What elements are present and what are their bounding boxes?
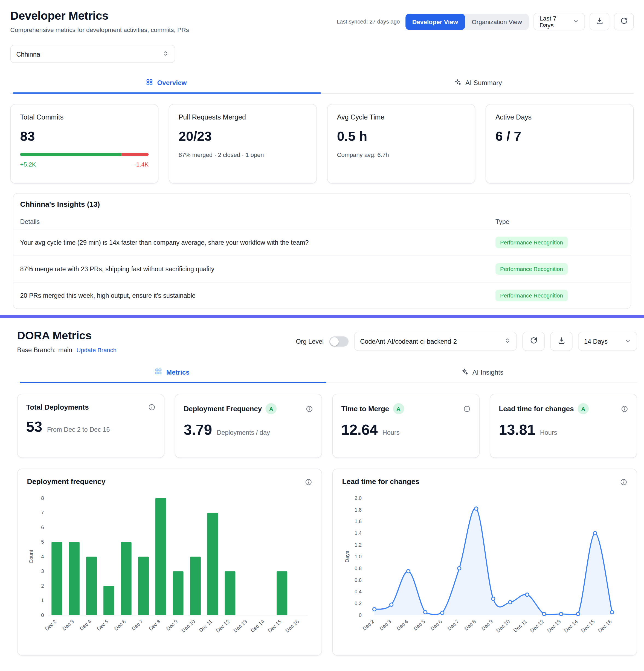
developer-tabbar: Overview AI Summary [10, 74, 634, 94]
date-range-select[interactable]: Last 7 Days [533, 13, 585, 30]
info-icon[interactable] [305, 478, 312, 485]
card-label: Deployment Frequency [184, 405, 262, 413]
download-icon [557, 336, 566, 346]
svg-text:Dec 5: Dec 5 [412, 619, 426, 632]
svg-text:2: 2 [41, 583, 44, 589]
metric-card-prs-merged: Pull Requests Merged 20/23 87% merged · … [169, 104, 317, 183]
card-label: Total Deployments [26, 403, 89, 411]
dora-title: DORA Metrics [17, 329, 116, 343]
svg-text:Dec 2: Dec 2 [361, 619, 375, 632]
dora-metric-cards: Total Deployments 53 From Dec 2 to Dec 1… [17, 394, 637, 458]
svg-text:0.4: 0.4 [355, 589, 362, 594]
tab-metrics[interactable]: Metrics [17, 363, 327, 382]
svg-text:0.8: 0.8 [355, 566, 362, 571]
tab-ai-summary[interactable]: AI Summary [322, 74, 634, 93]
card-label: Lead time for changes [499, 405, 574, 413]
refresh-button[interactable] [614, 13, 634, 30]
svg-text:1.2: 1.2 [355, 542, 362, 548]
svg-text:Dec 10: Dec 10 [495, 619, 511, 634]
card-value: 20/23 [179, 129, 307, 144]
svg-text:Dec 14: Dec 14 [563, 619, 579, 634]
card-value: 83 [20, 129, 149, 144]
download-button[interactable] [550, 332, 572, 351]
view-segmented-control: Developer View Organization View [406, 13, 529, 29]
svg-text:0: 0 [359, 612, 362, 618]
update-branch-link[interactable]: Update Branch [77, 346, 116, 353]
card-caption: Hours [540, 429, 557, 436]
base-branch-label: Base Branch: [17, 346, 56, 354]
svg-text:Dec 10: Dec 10 [180, 619, 196, 634]
dora-metrics-section: DORA Metrics Base Branch: main Update Br… [0, 318, 644, 664]
metric-card-total-commits: Total Commits 83 +5.2K -1.4K [10, 104, 159, 183]
svg-text:1.0: 1.0 [355, 554, 362, 559]
svg-text:Days: Days [344, 551, 350, 562]
card-value: 3.79 [184, 422, 212, 438]
download-icon [595, 17, 604, 26]
column-header-details: Details [20, 218, 495, 225]
svg-text:Dec 5: Dec 5 [96, 619, 109, 632]
metric-card-total-deployments: Total Deployments 53 From Dec 2 to Dec 1… [17, 394, 164, 458]
card-label: Total Commits [20, 113, 149, 121]
grade-badge: A [578, 403, 589, 414]
card-value: 53 [26, 419, 42, 435]
deployment-frequency-chart: 012345678CountDec 2Dec 3Dec 4Dec 5Dec 6D… [27, 491, 312, 649]
insight-type-badge: Performance Recognition [495, 263, 568, 275]
svg-text:Dec 8: Dec 8 [463, 619, 477, 632]
developer-metrics-title-block: Developer Metrics Comprehensive metrics … [10, 9, 189, 33]
svg-text:Dec 2: Dec 2 [44, 619, 58, 632]
tab-ai-insights-label: AI Insights [472, 369, 503, 376]
lead-time-chart: 00.20.40.60.81.01.21.41.61.82.0DaysDec 2… [342, 491, 627, 649]
refresh-button[interactable] [522, 332, 544, 351]
card-value: 12.64 [341, 422, 377, 438]
info-icon[interactable] [463, 405, 471, 412]
svg-text:8: 8 [41, 495, 44, 501]
section-divider [0, 315, 644, 318]
insights-header-row: Details Type [13, 214, 631, 229]
download-button[interactable] [590, 13, 609, 30]
svg-text:Dec 7: Dec 7 [446, 619, 460, 632]
repo-select[interactable]: CodeAnt-AI/codeant-ci-backend-2 [354, 332, 517, 351]
svg-text:Dec 9: Dec 9 [480, 619, 494, 632]
developer-view-button[interactable]: Developer View [406, 13, 465, 29]
refresh-icon [529, 336, 537, 346]
svg-text:Dec 6: Dec 6 [113, 619, 127, 632]
metric-card-lead-time: Lead time for changes A 13.81 Hours [490, 394, 637, 458]
sparkles-icon [454, 78, 461, 88]
info-icon[interactable] [620, 478, 627, 485]
tab-overview[interactable]: Overview [10, 74, 322, 93]
tab-overview-label: Overview [157, 79, 187, 87]
insights-panel: Chhinna's Insights (13) Details Type You… [13, 193, 631, 309]
card-value: 13.81 [499, 422, 535, 438]
info-icon[interactable] [306, 405, 313, 412]
developer-metrics-section: Developer Metrics Comprehensive metrics … [0, 0, 644, 309]
last-synced-text: Last synced: 27 days ago [337, 18, 400, 25]
dora-charts: Deployment frequency 012345678CountDec 2… [17, 469, 637, 655]
card-caption: Deployments / day [217, 429, 270, 436]
tab-ai-insights[interactable]: AI Insights [327, 363, 637, 382]
svg-text:Dec 9: Dec 9 [165, 619, 179, 632]
grid-icon [155, 367, 162, 377]
chart-title: Deployment frequency [27, 478, 106, 486]
svg-text:Dec 3: Dec 3 [379, 619, 392, 632]
chevron-down-icon [625, 338, 631, 345]
svg-text:Dec 16: Dec 16 [284, 619, 300, 634]
developer-select[interactable]: Chhinna [10, 45, 175, 63]
info-icon[interactable] [621, 405, 628, 412]
repo-select-value: CodeAnt-AI/codeant-ci-backend-2 [360, 338, 457, 345]
org-level-toggle[interactable] [330, 336, 348, 346]
svg-text:Dec 8: Dec 8 [148, 619, 161, 632]
svg-text:1.4: 1.4 [355, 530, 362, 536]
svg-text:Dec 11: Dec 11 [512, 619, 528, 633]
svg-text:Dec 13: Dec 13 [546, 619, 562, 634]
dora-date-range-select[interactable]: 14 Days [578, 332, 637, 351]
svg-text:Dec 6: Dec 6 [429, 619, 443, 632]
lead-time-panel: Lead time for changes 00.20.40.60.81.01.… [332, 469, 637, 655]
svg-text:Dec 14: Dec 14 [249, 619, 265, 634]
card-caption: From Dec 2 to Dec 16 [47, 426, 110, 433]
developer-metric-cards: Total Commits 83 +5.2K -1.4K Pull Reques… [10, 104, 634, 183]
developer-select-value: Chhinna [16, 50, 40, 58]
info-icon[interactable] [148, 404, 156, 411]
organization-view-button[interactable]: Organization View [465, 13, 529, 29]
chevron-down-icon [573, 18, 579, 25]
svg-text:Dec 15: Dec 15 [580, 619, 596, 634]
